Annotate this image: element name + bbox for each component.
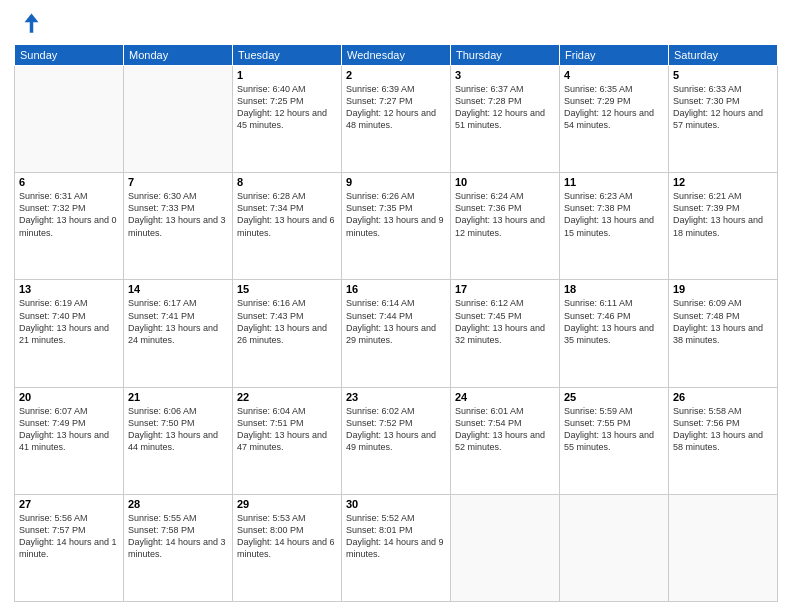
calendar-cell [669, 494, 778, 601]
calendar-cell: 15Sunrise: 6:16 AMSunset: 7:43 PMDayligh… [233, 280, 342, 387]
day-info: Sunrise: 6:33 AMSunset: 7:30 PMDaylight:… [673, 83, 773, 132]
day-info: Sunrise: 6:30 AMSunset: 7:33 PMDaylight:… [128, 190, 228, 239]
day-info: Sunrise: 6:26 AMSunset: 7:35 PMDaylight:… [346, 190, 446, 239]
calendar-cell [451, 494, 560, 601]
day-info: Sunrise: 6:19 AMSunset: 7:40 PMDaylight:… [19, 297, 119, 346]
day-number: 16 [346, 283, 446, 295]
day-info: Sunrise: 6:23 AMSunset: 7:38 PMDaylight:… [564, 190, 664, 239]
weekday-header-tuesday: Tuesday [233, 45, 342, 66]
day-number: 5 [673, 69, 773, 81]
day-number: 29 [237, 498, 337, 510]
day-number: 30 [346, 498, 446, 510]
day-number: 12 [673, 176, 773, 188]
day-number: 22 [237, 391, 337, 403]
week-row-1: 6Sunrise: 6:31 AMSunset: 7:32 PMDaylight… [15, 173, 778, 280]
day-info: Sunrise: 6:35 AMSunset: 7:29 PMDaylight:… [564, 83, 664, 132]
calendar-cell: 6Sunrise: 6:31 AMSunset: 7:32 PMDaylight… [15, 173, 124, 280]
day-number: 24 [455, 391, 555, 403]
day-info: Sunrise: 5:56 AMSunset: 7:57 PMDaylight:… [19, 512, 119, 561]
week-row-0: 1Sunrise: 6:40 AMSunset: 7:25 PMDaylight… [15, 66, 778, 173]
day-number: 1 [237, 69, 337, 81]
week-row-4: 27Sunrise: 5:56 AMSunset: 7:57 PMDayligh… [15, 494, 778, 601]
page-container: SundayMondayTuesdayWednesdayThursdayFrid… [0, 0, 792, 612]
day-number: 2 [346, 69, 446, 81]
day-info: Sunrise: 6:21 AMSunset: 7:39 PMDaylight:… [673, 190, 773, 239]
day-number: 17 [455, 283, 555, 295]
calendar-cell: 20Sunrise: 6:07 AMSunset: 7:49 PMDayligh… [15, 387, 124, 494]
svg-marker-0 [25, 14, 39, 33]
calendar-cell: 8Sunrise: 6:28 AMSunset: 7:34 PMDaylight… [233, 173, 342, 280]
day-info: Sunrise: 6:16 AMSunset: 7:43 PMDaylight:… [237, 297, 337, 346]
week-row-3: 20Sunrise: 6:07 AMSunset: 7:49 PMDayligh… [15, 387, 778, 494]
calendar-cell: 2Sunrise: 6:39 AMSunset: 7:27 PMDaylight… [342, 66, 451, 173]
weekday-header-sunday: Sunday [15, 45, 124, 66]
week-row-2: 13Sunrise: 6:19 AMSunset: 7:40 PMDayligh… [15, 280, 778, 387]
day-info: Sunrise: 6:28 AMSunset: 7:34 PMDaylight:… [237, 190, 337, 239]
calendar-cell: 22Sunrise: 6:04 AMSunset: 7:51 PMDayligh… [233, 387, 342, 494]
day-number: 15 [237, 283, 337, 295]
logo [14, 10, 46, 38]
day-number: 11 [564, 176, 664, 188]
calendar-cell: 26Sunrise: 5:58 AMSunset: 7:56 PMDayligh… [669, 387, 778, 494]
day-number: 13 [19, 283, 119, 295]
calendar-cell: 28Sunrise: 5:55 AMSunset: 7:58 PMDayligh… [124, 494, 233, 601]
day-info: Sunrise: 6:09 AMSunset: 7:48 PMDaylight:… [673, 297, 773, 346]
day-number: 19 [673, 283, 773, 295]
weekday-header-saturday: Saturday [669, 45, 778, 66]
weekday-header-thursday: Thursday [451, 45, 560, 66]
day-info: Sunrise: 6:04 AMSunset: 7:51 PMDaylight:… [237, 405, 337, 454]
day-info: Sunrise: 6:01 AMSunset: 7:54 PMDaylight:… [455, 405, 555, 454]
day-info: Sunrise: 5:55 AMSunset: 7:58 PMDaylight:… [128, 512, 228, 561]
day-info: Sunrise: 6:02 AMSunset: 7:52 PMDaylight:… [346, 405, 446, 454]
day-number: 3 [455, 69, 555, 81]
day-number: 8 [237, 176, 337, 188]
calendar-cell: 17Sunrise: 6:12 AMSunset: 7:45 PMDayligh… [451, 280, 560, 387]
calendar-cell: 18Sunrise: 6:11 AMSunset: 7:46 PMDayligh… [560, 280, 669, 387]
day-number: 9 [346, 176, 446, 188]
weekday-header-monday: Monday [124, 45, 233, 66]
day-number: 26 [673, 391, 773, 403]
day-info: Sunrise: 6:14 AMSunset: 7:44 PMDaylight:… [346, 297, 446, 346]
day-info: Sunrise: 5:53 AMSunset: 8:00 PMDaylight:… [237, 512, 337, 561]
day-info: Sunrise: 6:24 AMSunset: 7:36 PMDaylight:… [455, 190, 555, 239]
calendar-cell: 27Sunrise: 5:56 AMSunset: 7:57 PMDayligh… [15, 494, 124, 601]
calendar-cell: 5Sunrise: 6:33 AMSunset: 7:30 PMDaylight… [669, 66, 778, 173]
day-info: Sunrise: 6:06 AMSunset: 7:50 PMDaylight:… [128, 405, 228, 454]
weekday-header-wednesday: Wednesday [342, 45, 451, 66]
day-info: Sunrise: 5:52 AMSunset: 8:01 PMDaylight:… [346, 512, 446, 561]
calendar-cell: 12Sunrise: 6:21 AMSunset: 7:39 PMDayligh… [669, 173, 778, 280]
calendar-cell: 23Sunrise: 6:02 AMSunset: 7:52 PMDayligh… [342, 387, 451, 494]
calendar-cell: 13Sunrise: 6:19 AMSunset: 7:40 PMDayligh… [15, 280, 124, 387]
day-number: 6 [19, 176, 119, 188]
calendar-cell: 29Sunrise: 5:53 AMSunset: 8:00 PMDayligh… [233, 494, 342, 601]
calendar-cell: 7Sunrise: 6:30 AMSunset: 7:33 PMDaylight… [124, 173, 233, 280]
page-header [14, 10, 778, 38]
calendar-cell: 4Sunrise: 6:35 AMSunset: 7:29 PMDaylight… [560, 66, 669, 173]
calendar-cell: 21Sunrise: 6:06 AMSunset: 7:50 PMDayligh… [124, 387, 233, 494]
weekday-header-friday: Friday [560, 45, 669, 66]
day-info: Sunrise: 6:40 AMSunset: 7:25 PMDaylight:… [237, 83, 337, 132]
day-number: 21 [128, 391, 228, 403]
day-info: Sunrise: 6:17 AMSunset: 7:41 PMDaylight:… [128, 297, 228, 346]
weekday-header-row: SundayMondayTuesdayWednesdayThursdayFrid… [15, 45, 778, 66]
day-info: Sunrise: 5:58 AMSunset: 7:56 PMDaylight:… [673, 405, 773, 454]
day-number: 28 [128, 498, 228, 510]
calendar-cell: 14Sunrise: 6:17 AMSunset: 7:41 PMDayligh… [124, 280, 233, 387]
day-number: 7 [128, 176, 228, 188]
logo-icon [14, 10, 42, 38]
calendar-cell: 1Sunrise: 6:40 AMSunset: 7:25 PMDaylight… [233, 66, 342, 173]
calendar-cell: 19Sunrise: 6:09 AMSunset: 7:48 PMDayligh… [669, 280, 778, 387]
day-info: Sunrise: 6:37 AMSunset: 7:28 PMDaylight:… [455, 83, 555, 132]
day-info: Sunrise: 6:07 AMSunset: 7:49 PMDaylight:… [19, 405, 119, 454]
day-number: 10 [455, 176, 555, 188]
day-number: 18 [564, 283, 664, 295]
day-number: 20 [19, 391, 119, 403]
calendar-cell: 16Sunrise: 6:14 AMSunset: 7:44 PMDayligh… [342, 280, 451, 387]
calendar-cell [124, 66, 233, 173]
calendar-cell [15, 66, 124, 173]
day-info: Sunrise: 6:31 AMSunset: 7:32 PMDaylight:… [19, 190, 119, 239]
calendar-cell: 25Sunrise: 5:59 AMSunset: 7:55 PMDayligh… [560, 387, 669, 494]
calendar-cell: 10Sunrise: 6:24 AMSunset: 7:36 PMDayligh… [451, 173, 560, 280]
day-info: Sunrise: 5:59 AMSunset: 7:55 PMDaylight:… [564, 405, 664, 454]
calendar-cell: 3Sunrise: 6:37 AMSunset: 7:28 PMDaylight… [451, 66, 560, 173]
